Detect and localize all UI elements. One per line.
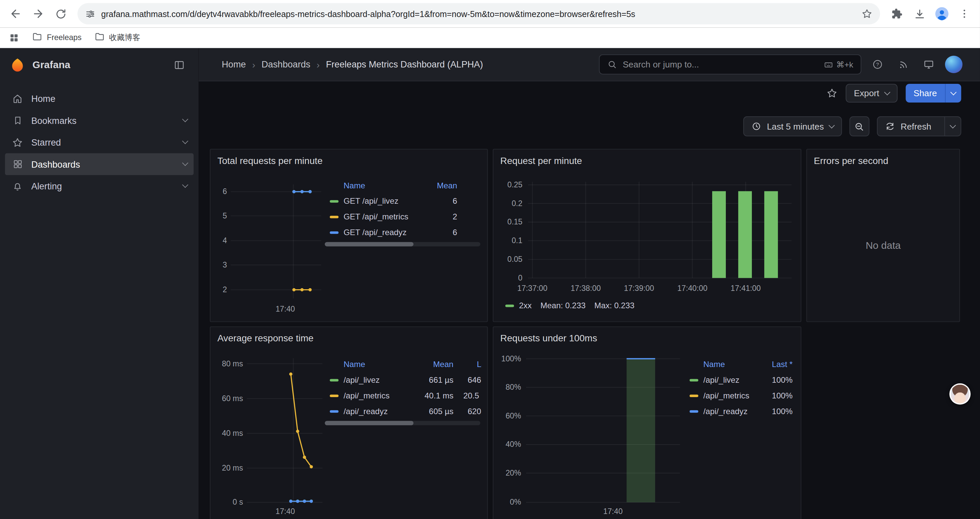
download-icon[interactable] [908,3,930,24]
series-name: 2xx [519,301,532,310]
back-icon[interactable] [5,3,26,24]
legend-scrollbar[interactable] [325,242,480,246]
svg-text:?: ? [876,61,879,67]
legend-header-name[interactable]: Name [703,359,762,369]
refresh-button[interactable]: Refresh [877,116,961,136]
legend-header-last[interactable]: Last * [762,359,792,369]
export-button[interactable]: Export [846,84,897,102]
sidebar-item-label: Bookmarks [31,115,77,125]
legend-row[interactable]: 2xx [505,301,532,310]
grafana-app: Grafana Home Bookmarks [0,48,980,519]
menu-icon[interactable] [954,3,975,24]
rss-icon[interactable] [894,55,913,74]
chevron-down-icon[interactable] [182,182,188,188]
search-input[interactable]: Search or jump to... ⌘+k [599,54,861,75]
series-name: GET /api/_metrics [344,212,417,222]
keyboard-shortcut-icon [824,60,833,69]
share-menu-button[interactable] [945,84,961,102]
legend: 2xx Mean: 0.233 Max: 0.233 [505,301,635,310]
sidebar-item-home[interactable]: Home [5,88,194,110]
forward-icon[interactable] [27,3,49,24]
refresh-interval-button[interactable] [944,117,961,136]
grafana-logo[interactable] [10,57,25,72]
series-color-dash [330,200,339,202]
svg-text:0%: 0% [510,498,521,506]
legend-header-last[interactable]: Last [453,359,481,369]
bookmark-folder-freeleaps[interactable]: Freeleaps [32,31,81,44]
svg-text:17:41:00: 17:41:00 [730,284,760,292]
url-input[interactable] [101,9,856,18]
legend-row[interactable]: GET /api/_readyz 6 [323,224,482,240]
time-controls: Last 5 minutes Refresh [743,116,961,136]
favorite-dashboard-button[interactable] [827,88,838,99]
extensions-icon[interactable] [886,3,908,24]
series-last: 20.5 ms [453,391,481,400]
legend-row[interactable]: /api/_metrics 40.1 ms 20.5 ms [323,388,482,404]
legend-row[interactable]: /api/_livez 100% [689,372,797,388]
request-per-minute-chart[interactable]: 0.250.20.150.10.05017:37:0017:38:0017:39… [493,150,800,322]
svg-text:80%: 80% [506,383,521,391]
chevron-down-icon[interactable] [182,116,188,122]
assistant-avatar[interactable] [949,383,970,405]
series-name: /api/_readyz [344,406,412,416]
chevron-down-icon[interactable] [182,160,188,166]
apps-grid-icon [11,158,24,170]
share-label[interactable]: Share [905,84,945,102]
series-mean: 6 [417,196,457,206]
reload-icon[interactable] [50,3,72,24]
svg-text:0.25: 0.25 [508,180,522,189]
breadcrumb-separator: › [252,59,255,70]
legend-header-name[interactable]: Name [344,180,417,190]
svg-text:17:38:00: 17:38:00 [571,284,601,292]
help-icon[interactable]: ? [868,55,887,74]
legend-row[interactable]: GET /api/_livez 6 [323,193,482,209]
user-avatar[interactable] [945,56,963,73]
sidebar-item-alerting[interactable]: Alerting [5,175,194,197]
legend: Name Last * /api/_livez 100% /api/_metri… [689,356,797,419]
svg-text:0.05: 0.05 [508,255,522,263]
tune-icon[interactable] [85,8,96,19]
sidebar-item-dashboards[interactable]: Dashboards [5,153,194,175]
bell-icon [11,180,24,192]
main-area: Home › Dashboards › Freeleaps Metrics Da… [199,48,980,519]
profile-icon[interactable] [931,3,953,24]
panel-title[interactable]: Errors per second [814,155,888,166]
breadcrumb-dashboards[interactable]: Dashboards [261,59,310,69]
sidebar-item-starred[interactable]: Starred [5,131,194,153]
bookmark-star-icon[interactable] [861,8,873,19]
share-button[interactable]: Share [905,84,961,102]
dock-sidebar-icon[interactable] [170,56,188,74]
legend-row[interactable]: /api/_readyz 100% [689,404,797,419]
dashboard-grid: Total requests per minute 6543217:40 Nam… [210,149,980,519]
svg-text:20%: 20% [506,469,521,477]
svg-text:40%: 40% [506,440,521,449]
legend-scrollbar[interactable] [325,421,480,425]
sidebar-header: Grafana [0,48,199,81]
legend-row[interactable]: GET /api/_metrics 2 [323,209,482,224]
apps-grid-icon[interactable] [9,32,19,43]
bookmark-folder-blogs[interactable]: 收藏博客 [94,31,140,44]
legend-row[interactable]: /api/_metrics 100% [689,388,797,404]
sidebar-item-bookmarks[interactable]: Bookmarks [5,110,194,132]
breadcrumb-home[interactable]: Home [222,59,246,69]
search-placeholder: Search or jump to... [623,59,818,69]
monitor-icon[interactable] [919,55,938,74]
series-name: GET /api/_readyz [344,228,417,237]
time-range-picker[interactable]: Last 5 minutes [743,116,842,136]
url-bar[interactable] [77,3,880,24]
breadcrumb-separator: › [317,59,320,70]
zoom-out-button[interactable] [850,116,870,136]
chevron-down-icon[interactable] [182,138,188,144]
bookmark-label: Freeleaps [47,33,81,42]
star-icon [11,136,24,148]
legend-row[interactable]: /api/_readyz 605 µs 620 µs [323,404,482,419]
legend-row[interactable]: /api/_livez 661 µs 646 µs [323,372,482,388]
legend-header-name[interactable]: Name [344,359,412,369]
refresh-label: Refresh [900,121,931,131]
svg-text:80 ms: 80 ms [222,359,243,368]
bookmarks-bar: Freeleaps 收藏博客 [0,27,980,48]
series-name: GET /api/_livez [344,196,417,206]
legend-header-mean[interactable]: Mean [417,180,457,190]
breadcrumb-current: Freeleaps Metrics Dashboard (ALPHA) [326,59,483,69]
legend-header-mean[interactable]: Mean [412,359,453,369]
